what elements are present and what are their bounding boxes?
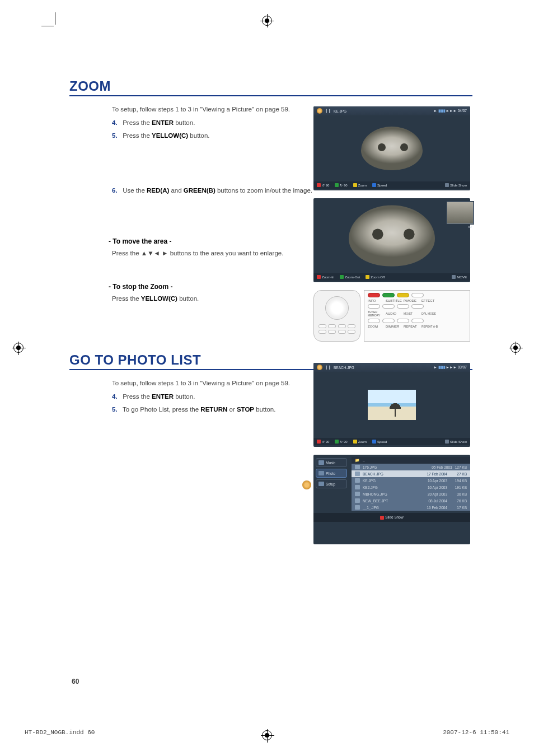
- remote-a-button: [368, 293, 380, 297]
- section-title-zoom: ZOOM: [69, 78, 472, 96]
- tab-music: Music: [316, 458, 347, 467]
- tab-photo: Photo: [316, 469, 347, 478]
- disc-icon: [317, 365, 322, 370]
- zoom-stop-heading: - To stop the Zoom -: [109, 282, 319, 292]
- footer-file: HT-BD2_NOGB.indd 60: [25, 729, 95, 736]
- remote-b-button: [382, 293, 395, 297]
- remote-dpad: [325, 296, 349, 320]
- photolist-intro: To setup, follow steps 1 to 3 in "Viewin…: [112, 378, 319, 388]
- print-footer: HT-BD2_NOGB.indd 60 2007-12-6 11:50:41: [25, 729, 509, 736]
- page-number: 60: [72, 678, 79, 685]
- zoom-step-4: 4. Press the ENTER button.: [112, 118, 319, 128]
- screenshot-zoom-active: x2 Zoom-In Zoom-Out Zoom Off MOVE: [313, 198, 470, 282]
- zoom-move-heading: - To move the area -: [109, 236, 319, 247]
- screenshot-file-browser: Music Photo Setup 📁 .. 176.JPG 05 Feb 20…: [313, 455, 470, 544]
- zoom-step-5: 5. Press the YELLOW(C) button.: [112, 130, 319, 141]
- tab-setup: Setup: [316, 479, 347, 488]
- file-row: __1_.JPG16 Feb 200417 KB: [352, 504, 470, 511]
- file-row-head: 176.JPG 05 Feb 2003 127 KB: [352, 464, 470, 470]
- zoom-pip: x2: [447, 202, 474, 224]
- registration-mark-top: [262, 16, 272, 26]
- file-row: KE2.JPG10 Apr 2003191 KB: [352, 484, 470, 491]
- remote-c-button: [397, 293, 409, 297]
- zoom-move-text: Press the ▲▼◄ ► buttons to the area you …: [112, 248, 319, 258]
- photolist-step-5: 5. To go Photo List, press the RETURN or…: [112, 404, 319, 414]
- file-row: BEACH.JPG17 Feb 200427 KB: [352, 470, 470, 477]
- file-row: MBHONG.JPG20 Apr 200330 KB: [352, 491, 470, 497]
- disc-icon: [317, 108, 322, 114]
- disc-icon: [302, 480, 311, 489]
- remote-body: [313, 290, 360, 342]
- zoom-stop-text: Press the YELLOW(C) button.: [112, 293, 319, 304]
- screenshot-zoom-viewer: ❙❙ KE.JPG ► ▮▮▮▮ ►►► 04/07 ↺ 90 ↻ 90 Zoo…: [313, 106, 470, 190]
- beach-image: [368, 390, 416, 420]
- remote-diagram: INFO SUBTITLE P.MODE EFFECT TUNER MEMORY…: [313, 290, 470, 342]
- zoom-intro: To setup, follow steps 1 to 3 in "Viewin…: [112, 104, 319, 114]
- photolist-step-4: 4. Press the ENTER button.: [112, 391, 319, 402]
- fish-image: [361, 127, 423, 170]
- registration-mark-right: [510, 343, 521, 353]
- remote-labels: INFO SUBTITLE P.MODE EFFECT TUNER MEMORY…: [364, 290, 470, 342]
- fish-image-zoomed: [349, 205, 435, 266]
- registration-mark-left: [13, 343, 24, 353]
- screenshot-beach-viewer: ❙❙ BEACH.JPG ► ▮▮▮▮ ►►► 03/07 ↺ 90 ↻ 90 …: [313, 363, 470, 447]
- file-row: NEW_BEE.JPT08 Jul 200476 KB: [352, 497, 470, 504]
- file-row: KE.JPG10 Apr 2003194 KB: [352, 477, 470, 484]
- footer-timestamp: 2007-12-6 11:50:41: [443, 729, 509, 736]
- remote-d-button: [411, 293, 424, 297]
- zoom-step-6: 6. Use the RED(A) and GREEN(B) buttons t…: [112, 185, 319, 195]
